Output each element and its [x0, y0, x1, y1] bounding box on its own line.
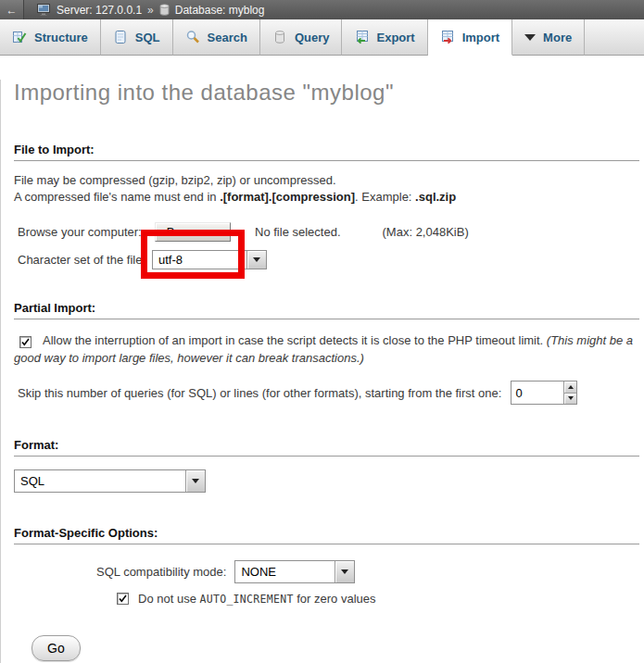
format-selected-value: SQL	[15, 470, 50, 492]
breadcrumb-bar: ← Server: 127.0.0.1 » Database: myblog	[0, 0, 644, 19]
tab-label: Search	[208, 31, 247, 44]
naming-rule-pattern: .[format].[compression]	[220, 190, 355, 204]
auto-increment-text: Do not use AUTO_INCREMENT for zero value…	[138, 592, 376, 606]
tab-label: Structure	[34, 31, 88, 44]
dropdown-arrow-icon[interactable]	[185, 470, 205, 492]
browse-button[interactable]: Browse…	[155, 222, 231, 242]
browse-row: Browse your computer: Browse… No file se…	[18, 220, 639, 243]
go-button[interactable]: Go	[32, 635, 81, 661]
tab-more[interactable]: More	[512, 19, 585, 56]
auto-increment-row: Do not use AUTO_INCREMENT for zero value…	[117, 592, 639, 606]
max-size-text: (Max: 2,048KiB)	[383, 225, 469, 239]
database-icon	[159, 4, 170, 16]
section-heading-partial-import: Partial Import:	[14, 301, 639, 319]
search-icon	[185, 30, 200, 44]
structure-icon	[12, 30, 27, 44]
no-file-selected-text: No file selected.	[255, 225, 341, 239]
tab-label: SQL	[135, 31, 160, 44]
tabbar-filler	[585, 19, 644, 56]
tab-bar: Structure SQL Search Query Export Import…	[0, 19, 644, 56]
naming-rule-mid: . Example:	[355, 190, 415, 204]
spinner-up-button[interactable]	[564, 382, 576, 393]
naming-rule-line: A compressed file's name must end in .[f…	[14, 189, 639, 206]
import-page: Importing into the database "myblog" Fil…	[0, 80, 644, 663]
tab-import[interactable]: Import	[428, 19, 512, 56]
dropdown-arrow-icon[interactable]	[335, 561, 354, 582]
format-select[interactable]: SQL	[14, 469, 206, 493]
back-arrow-icon: ←	[6, 4, 18, 17]
browse-label: Browse your computer:	[18, 225, 142, 239]
query-icon	[272, 30, 287, 44]
allow-interruption-row: Allow the interruption of an import in c…	[14, 332, 635, 367]
sql-compatibility-row: SQL compatibility mode: NONE	[96, 560, 639, 583]
section-heading-file-to-import: File to Import:	[14, 143, 639, 161]
compression-info-line: File may be compressed (gzip, bzip2, zip…	[14, 172, 639, 189]
section-heading-format: Format:	[14, 438, 639, 457]
tab-search[interactable]: Search	[173, 19, 260, 56]
server-icon	[37, 4, 51, 16]
tab-query[interactable]: Query	[260, 19, 343, 56]
breadcrumb-database-link[interactable]: Database: myblog	[175, 4, 265, 17]
tab-structure[interactable]: Structure	[0, 19, 101, 56]
skip-queries-label: Skip this number of queries (for SQL) or…	[18, 386, 501, 400]
charset-select[interactable]: utf-8	[152, 250, 267, 269]
charset-label: Character set of the file:	[18, 253, 145, 267]
naming-rule-prefix: A compressed file's name must end in	[14, 190, 220, 204]
naming-rule-example: .sql.zip	[415, 190, 456, 204]
skip-queries-input[interactable]	[511, 382, 563, 404]
auto-increment-suffix: for zero values	[294, 592, 376, 606]
tab-export[interactable]: Export	[342, 19, 427, 56]
breadcrumb-server-link[interactable]: Server: 127.0.0.1	[57, 4, 142, 17]
tab-label: More	[543, 31, 572, 44]
tab-label: Import	[462, 31, 499, 44]
sql-compatibility-label: SQL compatibility mode:	[96, 565, 226, 579]
section-heading-format-options: Format-Specific Options:	[14, 526, 639, 544]
allow-interruption-text: Allow the interruption of an import in c…	[43, 333, 547, 347]
dropdown-arrow-icon[interactable]	[246, 251, 266, 269]
breadcrumb: Server: 127.0.0.1 » Database: myblog	[37, 4, 264, 17]
tab-label: Export	[376, 31, 414, 44]
page-title: Importing into the database "myblog"	[14, 80, 639, 106]
breadcrumb-separator: »	[147, 4, 154, 17]
charset-row: Character set of the file: utf-8	[18, 249, 639, 269]
tab-label: Query	[295, 31, 330, 44]
back-button[interactable]: ←	[0, 0, 24, 19]
spinner-down-button[interactable]	[564, 393, 576, 405]
auto-increment-prefix: Do not use	[138, 592, 200, 606]
export-icon	[354, 30, 369, 44]
sql-compatibility-select[interactable]: NONE	[234, 560, 355, 583]
charset-selected-value: utf-8	[153, 251, 188, 269]
skip-queries-row: Skip this number of queries (for SQL) or…	[18, 381, 639, 405]
sql-compatibility-selected-value: NONE	[235, 561, 282, 582]
content-area: Importing into the database "myblog" Fil…	[0, 80, 644, 663]
number-spinner	[563, 382, 576, 404]
import-icon	[440, 30, 455, 44]
chevron-down-icon	[524, 34, 536, 41]
skip-queries-input-group	[511, 381, 577, 405]
allow-interruption-checkbox[interactable]	[19, 336, 32, 348]
tab-sql[interactable]: SQL	[101, 19, 173, 56]
auto-increment-code: AUTO_INCREMENT	[200, 593, 294, 606]
auto-increment-checkbox[interactable]	[117, 593, 129, 605]
sql-icon	[113, 30, 128, 44]
